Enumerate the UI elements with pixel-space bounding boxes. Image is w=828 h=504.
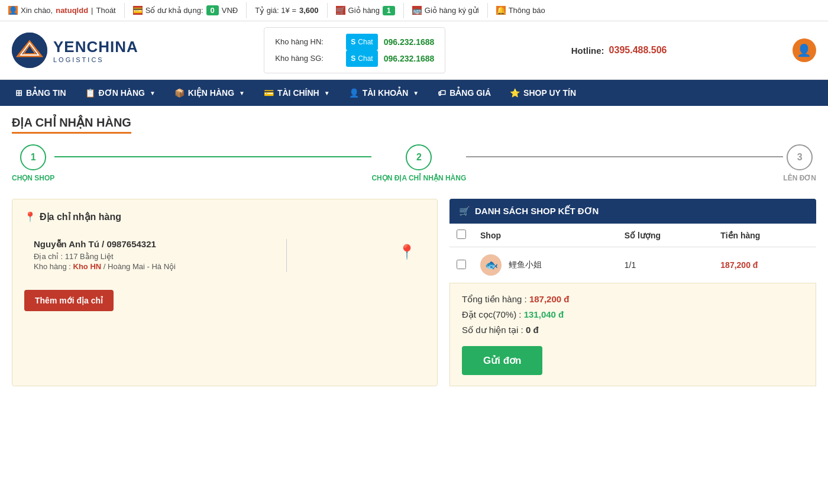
tai-khoan-label: TÀI KHOẢN	[363, 88, 409, 98]
logo-icon	[12, 33, 47, 68]
row-shop: 🐟 鲤鱼小姐	[473, 247, 617, 283]
select-all-checkbox[interactable]	[457, 230, 466, 239]
tai-khoan-icon: 👤	[349, 88, 359, 98]
left-panel: 📍 Địa chỉ nhận hàng Nguyễn Anh Tú / 0987…	[12, 199, 438, 386]
chat-label-hn: Chat	[358, 35, 373, 49]
svg-point-0	[12, 33, 47, 68]
bell-icon: 🔔	[496, 6, 506, 15]
step-2: 2 CHỌN ĐỊA CHỈ NHẬN HÀNG	[371, 144, 466, 182]
user-icon: 👤	[8, 6, 18, 15]
layaway-label: Giỏ hàng ký gửi	[425, 6, 479, 15]
logo-sub: LOGISTICS	[53, 56, 138, 63]
nav-bar: ⊞ BẢNG TIN 📋 ĐƠN HÀNG ▼ 📦 KIỆN HÀNG ▼ 💳 …	[0, 80, 828, 106]
total-label: Tổng tiền hàng :	[462, 294, 527, 304]
th-checkbox	[449, 224, 473, 247]
kho-sg-chat-btn[interactable]: S Chat	[346, 50, 377, 67]
layaway-icon: 🚌	[412, 6, 422, 15]
total-value: 187,200 đ	[529, 294, 570, 304]
tai-chinh-icon: 💳	[264, 88, 274, 98]
top-bar: 👤 Xin chào, natuqldd | Thoát 💳 Số dư khả…	[0, 0, 828, 21]
address-card: Nguyễn Anh Tú / 0987654321 Địa chỉ : 117…	[24, 231, 425, 280]
vertical-divider	[286, 239, 287, 272]
nav-bang-gia[interactable]: 🏷 BẢNG GIÁ	[428, 80, 500, 106]
kien-hang-label: KIỆN HÀNG	[188, 88, 234, 98]
shop-image: 🐟	[480, 254, 502, 276]
notify-section[interactable]: 🔔 Thông báo	[488, 3, 554, 18]
separator: |	[91, 6, 93, 15]
nav-bang-tin[interactable]: ⊞ BẢNG TIN	[6, 80, 76, 106]
total-row: Tổng tiền hàng : 187,200 đ	[462, 294, 804, 305]
row-price: 187,200 đ	[713, 247, 816, 283]
warehouse-label: Kho hàng :	[34, 262, 71, 271]
balance-row-value: 0 đ	[526, 325, 539, 335]
skype-icon-hn: S	[351, 35, 355, 49]
main-layout: 📍 Địa chỉ nhận hàng Nguyễn Anh Tú / 0987…	[12, 199, 816, 386]
kho-hn-chat-btn[interactable]: S Chat	[346, 34, 377, 50]
page-title: ĐỊA CHỈ NHẬN HÀNG	[12, 115, 131, 134]
th-price: Tiền hàng	[713, 224, 816, 247]
step-3-label: LÊN ĐƠN	[783, 174, 816, 182]
step-1: 1 CHỌN SHOP	[12, 144, 54, 182]
layaway-section[interactable]: 🚌 Giỏ hàng ký gửi	[404, 3, 488, 18]
tai-chinh-caret: ▼	[324, 90, 330, 96]
right-panel: 🛒 DANH SÁCH SHOP KẾT ĐƠN Shop Số lượng T…	[449, 199, 816, 386]
step-2-circle: 2	[406, 144, 432, 170]
kien-hang-caret: ▼	[239, 90, 245, 96]
don-hang-icon: 📋	[85, 88, 95, 98]
balance-section: 💳 Số dư khả dụng: 0 VNĐ	[125, 2, 247, 18]
shop-uy-tin-icon: ⭐	[510, 88, 520, 98]
header: YENCHINA LOGISTICS Kho hàng HN: S Chat 0…	[0, 21, 828, 80]
tai-khoan-caret: ▼	[413, 90, 419, 96]
nav-don-hang[interactable]: 📋 ĐƠN HÀNG ▼	[76, 80, 165, 106]
address-label: Địa chỉ :	[34, 252, 63, 261]
nav-tai-chinh[interactable]: 💳 TÀI CHÍNH ▼	[254, 80, 339, 106]
exchange-section: Tỷ giá: 1¥ = 3,600	[247, 3, 327, 18]
step-1-label: CHỌN SHOP	[12, 174, 54, 182]
kho-hn-row: Kho hàng HN: S Chat 096.232.1688	[275, 34, 434, 50]
shop-table: Shop Số lượng Tiền hàng 🐟 鲤鱼小姐 1/1 187,2…	[449, 224, 816, 283]
nav-shop-uy-tin[interactable]: ⭐ SHOP UY TÍN	[500, 80, 586, 106]
shop-name: 鲤鱼小姐	[509, 260, 542, 269]
balance-row-label: Số dư hiện tại :	[462, 325, 523, 335]
pin-icon: 📍	[24, 211, 36, 222]
shop-list-title-text: DANH SÁCH SHOP KẾT ĐƠN	[475, 206, 599, 217]
nav-tai-khoan[interactable]: 👤 TÀI KHOẢN ▼	[339, 80, 429, 106]
nav-kien-hang[interactable]: 📦 KIỆN HÀNG ▼	[165, 80, 254, 106]
cart-section[interactable]: 🛒 Giỏ hàng 1	[328, 3, 404, 18]
greeting-text: Xin chào,	[21, 6, 53, 15]
user-section: 👤 Xin chào, natuqldd | Thoát	[0, 3, 125, 18]
username[interactable]: natuqldd	[56, 6, 88, 15]
don-hang-label: ĐƠN HÀNG	[99, 88, 145, 98]
add-address-button[interactable]: Thêm mới địa chỉ	[24, 290, 114, 311]
logo-text: YENCHINA LOGISTICS	[53, 38, 138, 63]
balance-value: 0	[206, 5, 219, 15]
balance-icon: 💳	[133, 6, 143, 15]
send-order-button[interactable]: Gửi đơn	[462, 346, 542, 375]
cart-icon: 🛒	[336, 6, 345, 15]
address-info: Nguyễn Anh Tú / 0987654321 Địa chỉ : 117…	[34, 239, 176, 272]
shop-list-title: 🛒 DANH SÁCH SHOP KẾT ĐƠN	[449, 199, 816, 224]
shop-uy-tin-label: SHOP UY TÍN	[523, 88, 576, 98]
hotline-number: 0395.488.506	[609, 45, 667, 56]
don-hang-caret: ▼	[150, 90, 156, 96]
cart-count: 1	[383, 6, 395, 15]
cart-list-icon: 🛒	[459, 206, 470, 217]
balance-row: Số dư hiện tại : 0 đ	[462, 325, 804, 335]
address-name: Nguyễn Anh Tú / 0987654321	[34, 239, 176, 250]
bang-gia-icon: 🏷	[438, 88, 446, 98]
row-checkbox-cell	[449, 247, 473, 283]
kho-hn-label: Kho hàng HN:	[275, 34, 340, 50]
step-1-circle: 1	[20, 144, 46, 170]
map-icon[interactable]: 📍	[398, 244, 416, 260]
warehouse-link[interactable]: Kho HN	[73, 262, 102, 271]
kien-hang-icon: 📦	[174, 88, 185, 98]
deposit-value: 131,040 đ	[524, 309, 564, 319]
deposit-row: Đặt cọc(70%) : 131,040 đ	[462, 309, 804, 320]
logout-link[interactable]: Thoát	[96, 6, 115, 15]
logo-main: YENCHINA	[53, 38, 138, 56]
th-quantity: Số lượng	[617, 224, 714, 247]
kho-sg-row: Kho hàng SG: S Chat 096.232.1688	[275, 50, 434, 67]
address-detail: Địa chỉ : 117 Bằng Liệt	[34, 252, 176, 261]
th-shop: Shop	[473, 224, 617, 247]
row-checkbox[interactable]	[457, 260, 466, 269]
